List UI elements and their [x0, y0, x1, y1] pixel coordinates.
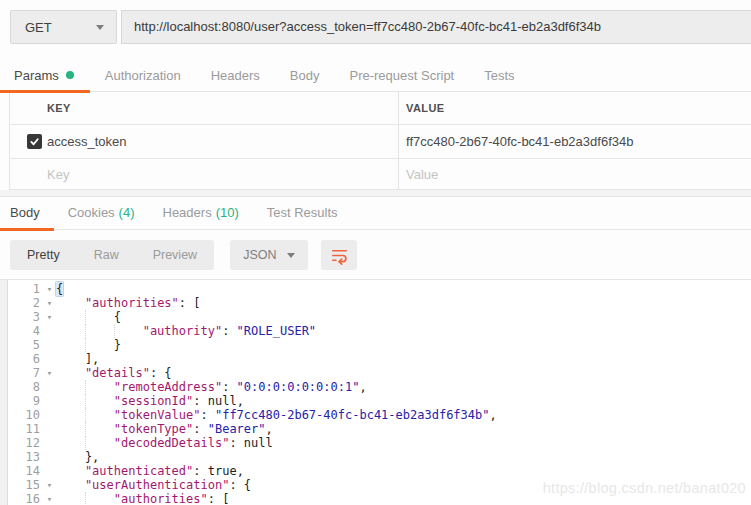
- tab-label: Headers: [211, 68, 260, 83]
- postman-window: GET http://localhost:8080/user?access_to…: [0, 0, 751, 505]
- code-text: },: [56, 450, 751, 464]
- response-tab-cookies[interactable]: Cookies(4): [54, 197, 149, 230]
- params-header-row: KEY VALUE: [10, 92, 751, 125]
- code-line: 6],: [0, 352, 751, 366]
- code-line: 13},: [0, 450, 751, 464]
- chevron-down-icon: [287, 253, 295, 258]
- code-line: 3▾{: [0, 310, 751, 324]
- tab-params[interactable]: Params: [0, 61, 90, 92]
- response-tab-headers[interactable]: Headers(10): [149, 197, 253, 230]
- fold-caret-icon[interactable]: ▾: [43, 366, 56, 380]
- fold-caret-icon[interactable]: ▾: [43, 282, 56, 296]
- chevron-down-icon: [96, 25, 104, 30]
- tab-label: Body: [10, 205, 40, 220]
- code-line: 14"authenticated": true,: [0, 464, 751, 478]
- fold-spacer: [43, 464, 56, 478]
- tab-label: Tests: [484, 68, 514, 83]
- fold-spacer: [43, 408, 56, 422]
- code-line: 10"tokenValue": "ff7cc480-2b67-40fc-bc41…: [0, 408, 751, 422]
- tab-pre-request-script[interactable]: Pre-request Script: [334, 61, 469, 92]
- params-active-dot-icon: [66, 71, 74, 79]
- code-text: "decodedDetails": null: [56, 436, 751, 450]
- code-text: "sessionId": null,: [56, 394, 751, 408]
- tab-tests[interactable]: Tests: [469, 61, 529, 92]
- tab-label: Authorization: [105, 68, 181, 83]
- format-label: JSON: [243, 248, 276, 262]
- response-body-viewer[interactable]: 1▾{2▾"authorities": [3▾{4"authority": "R…: [0, 279, 751, 505]
- response-tabs: BodyCookies(4)Headers(10)Test Results: [0, 197, 751, 230]
- watermark: https://blog.csdn.net/banat020: [543, 480, 746, 496]
- param-key-placeholder[interactable]: Key: [47, 167, 398, 182]
- code-text: "authenticated": true,: [56, 464, 751, 478]
- fold-spacer: [43, 394, 56, 408]
- key-column-header: KEY: [47, 102, 398, 114]
- method-label: GET: [25, 20, 52, 35]
- code-text: "remoteAddress": "0:0:0:0:0:0:0:1",: [56, 380, 751, 394]
- param-value-field[interactable]: ff7cc480-2b67-40fc-bc41-eb2a3df6f34b: [398, 125, 751, 158]
- code-line: 7▾"details": {: [0, 366, 751, 380]
- code-gutter: [0, 280, 8, 505]
- check-icon: [29, 136, 40, 147]
- fold-spacer: [43, 338, 56, 352]
- code-text: "authorities": [: [56, 296, 751, 310]
- code-text: {: [56, 282, 751, 296]
- fold-spacer: [43, 450, 56, 464]
- fold-spacer: [43, 324, 56, 338]
- tab-label: Headers: [163, 205, 212, 220]
- value-column-header: VALUE: [398, 92, 751, 124]
- code-text: "tokenType": "Bearer",: [56, 422, 751, 436]
- url-input[interactable]: http://localhost:8080/user?access_token=…: [121, 10, 751, 44]
- code-line: 4"authority": "ROLE_USER": [0, 324, 751, 338]
- code-text: "tokenValue": "ff7cc480-2b67-40fc-bc41-e…: [56, 408, 751, 422]
- code-text: ],: [56, 352, 751, 366]
- tab-label: Params: [14, 68, 59, 83]
- fold-caret-icon[interactable]: ▾: [43, 492, 56, 505]
- view-mode-preview[interactable]: Preview: [136, 240, 214, 270]
- code-line: 5}: [0, 338, 751, 352]
- fold-caret-icon[interactable]: ▾: [43, 296, 56, 310]
- fold-spacer: [43, 380, 56, 394]
- tab-label: Pre-request Script: [349, 68, 454, 83]
- tab-label: Test Results: [267, 205, 338, 220]
- param-value-placeholder[interactable]: Value: [398, 159, 751, 189]
- code-text: }: [56, 338, 751, 352]
- fold-spacer: [43, 436, 56, 450]
- code-line: 2▾"authorities": [: [0, 296, 751, 310]
- code-line: 1▾{: [0, 282, 751, 296]
- param-row: access_token ff7cc480-2b67-40fc-bc41-eb2…: [10, 125, 751, 159]
- response-tab-body[interactable]: Body: [0, 197, 54, 230]
- code-line: 8"remoteAddress": "0:0:0:0:0:0:0:1",: [0, 380, 751, 394]
- code-text: "details": {: [56, 366, 751, 380]
- param-enabled-checkbox[interactable]: [27, 134, 42, 149]
- fold-spacer: [43, 422, 56, 436]
- response-toolbar: Pretty Raw Preview JSON: [10, 240, 751, 270]
- param-key-field[interactable]: access_token: [47, 134, 398, 149]
- fold-caret-icon[interactable]: ▾: [43, 478, 56, 492]
- tab-headers[interactable]: Headers: [196, 61, 275, 92]
- format-select[interactable]: JSON: [230, 240, 308, 270]
- fold-spacer: [43, 352, 56, 366]
- request-tabs: ParamsAuthorizationHeadersBodyPre-reques…: [0, 61, 751, 92]
- code-line: 11"tokenType": "Bearer",: [0, 422, 751, 436]
- view-mode-pretty[interactable]: Pretty: [10, 240, 77, 270]
- param-row-empty: Key Value: [10, 159, 751, 190]
- response-tab-test-results[interactable]: Test Results: [253, 197, 352, 230]
- view-mode-raw[interactable]: Raw: [77, 240, 136, 270]
- code-line: 12"decodedDetails": null: [0, 436, 751, 450]
- tab-count-badge: (4): [119, 205, 135, 220]
- tab-body[interactable]: Body: [275, 61, 335, 92]
- code-line: 9"sessionId": null,: [0, 394, 751, 408]
- tab-label: Cookies: [68, 205, 115, 220]
- tab-label: Body: [290, 68, 320, 83]
- wrap-text-button[interactable]: [321, 240, 357, 270]
- code-text: {: [56, 310, 751, 324]
- method-select[interactable]: GET: [10, 10, 117, 44]
- tab-count-badge: (10): [216, 205, 239, 220]
- fold-caret-icon[interactable]: ▾: [43, 310, 56, 324]
- tab-authorization[interactable]: Authorization: [90, 61, 196, 92]
- params-table: KEY VALUE access_token ff7cc480-2b67-40f…: [9, 92, 751, 190]
- code-text: "authority": "ROLE_USER": [56, 324, 751, 338]
- request-bar: GET http://localhost:8080/user?access_to…: [10, 10, 751, 44]
- view-mode-group: Pretty Raw Preview: [10, 240, 214, 270]
- word-wrap-icon: [330, 246, 349, 265]
